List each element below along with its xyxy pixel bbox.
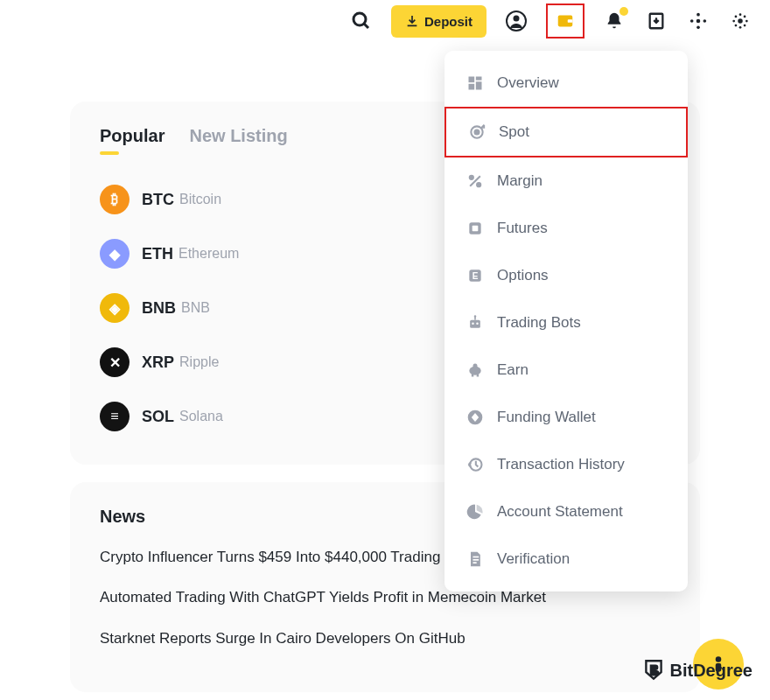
download-app-icon[interactable] bbox=[644, 9, 668, 33]
dropdown-item-account-statement[interactable]: Account Statement bbox=[444, 488, 688, 536]
svg-point-17 bbox=[735, 16, 738, 18]
top-bar: Deposit bbox=[0, 0, 770, 38]
history-icon bbox=[466, 455, 485, 474]
coin-symbol: BTC bbox=[142, 191, 174, 209]
svg-rect-33 bbox=[470, 320, 480, 328]
dropdown-item-spot[interactable]: Spot bbox=[444, 107, 688, 158]
coin-symbol: BNB bbox=[142, 299, 176, 318]
svg-rect-45 bbox=[473, 559, 480, 561]
svg-rect-24 bbox=[469, 84, 475, 90]
account-icon[interactable] bbox=[504, 9, 528, 33]
bitdegree-logo-icon bbox=[642, 658, 665, 682]
coin-symbol: XRP bbox=[142, 354, 174, 372]
svg-point-0 bbox=[354, 13, 366, 25]
percent-icon bbox=[466, 172, 485, 191]
dropdown-item-label: Account Statement bbox=[497, 503, 623, 521]
dropdown-item-trading-bots[interactable]: Trading Bots bbox=[444, 299, 688, 346]
doc-icon bbox=[466, 550, 485, 569]
coin-name: Ethereum bbox=[178, 246, 239, 262]
coin-name: BNB bbox=[181, 300, 210, 316]
wallet-dropdown: OverviewSpotMarginFuturesEOptionsTrading… bbox=[444, 51, 688, 592]
target-icon bbox=[467, 122, 486, 142]
pie-icon bbox=[466, 502, 485, 522]
dropdown-item-options[interactable]: EOptions bbox=[444, 252, 688, 299]
dropdown-item-label: Earn bbox=[497, 361, 528, 379]
svg-point-8 bbox=[696, 26, 700, 30]
coin-icon: ◆ bbox=[100, 239, 130, 269]
tab-popular[interactable]: Popular bbox=[100, 126, 164, 153]
svg-rect-5 bbox=[568, 19, 573, 23]
globe-icon[interactable] bbox=[686, 9, 710, 33]
coin-icon: ≡ bbox=[100, 402, 130, 431]
svg-rect-21 bbox=[469, 77, 475, 83]
dropdown-item-label: Verification bbox=[497, 550, 570, 568]
dropdown-item-overview[interactable]: Overview bbox=[444, 60, 688, 107]
svg-point-39 bbox=[473, 364, 478, 368]
svg-point-7 bbox=[696, 13, 700, 17]
robot-icon bbox=[466, 313, 485, 332]
piggy-icon bbox=[466, 360, 485, 380]
coin-icon: ◈ bbox=[100, 293, 130, 323]
wallet-icon-highlighted[interactable] bbox=[546, 4, 584, 38]
svg-point-19 bbox=[735, 24, 738, 27]
svg-point-12 bbox=[738, 18, 743, 24]
dropdown-item-label: Spot bbox=[499, 123, 529, 141]
coin-name: Solana bbox=[179, 409, 223, 424]
dropdown-item-label: Transaction History bbox=[497, 456, 625, 473]
svg-text:E: E bbox=[472, 271, 479, 281]
svg-point-27 bbox=[470, 176, 473, 179]
svg-point-26 bbox=[475, 130, 480, 135]
svg-point-28 bbox=[477, 183, 480, 186]
deposit-button[interactable]: Deposit bbox=[391, 5, 486, 38]
svg-point-15 bbox=[732, 20, 735, 23]
coin-icon: ₿ bbox=[100, 185, 130, 214]
download-icon bbox=[405, 14, 419, 28]
watermark: BitDegree bbox=[642, 658, 752, 682]
coin-symbol: ETH bbox=[142, 245, 173, 263]
dropdown-item-label: Futures bbox=[497, 220, 548, 237]
svg-rect-22 bbox=[476, 77, 482, 80]
dropdown-item-label: Overview bbox=[497, 74, 559, 92]
dropdown-item-transaction-history[interactable]: Transaction History bbox=[444, 441, 688, 488]
svg-rect-40 bbox=[472, 374, 474, 376]
svg-rect-41 bbox=[477, 374, 480, 376]
square-e-icon: E bbox=[466, 266, 485, 285]
notification-dot bbox=[620, 7, 628, 16]
svg-rect-23 bbox=[476, 81, 482, 89]
svg-rect-30 bbox=[472, 226, 479, 232]
svg-rect-44 bbox=[473, 556, 480, 558]
watermark-text: BitDegree bbox=[670, 661, 752, 681]
coin-name: Ripple bbox=[179, 354, 219, 370]
dropdown-item-verification[interactable]: Verification bbox=[444, 536, 688, 583]
svg-point-11 bbox=[696, 19, 701, 24]
svg-point-16 bbox=[746, 20, 748, 23]
notifications-icon[interactable] bbox=[602, 9, 626, 33]
coin-symbol: SOL bbox=[142, 408, 174, 426]
dropdown-item-label: Trading Bots bbox=[497, 314, 581, 332]
svg-point-10 bbox=[704, 19, 707, 23]
settings-icon[interactable] bbox=[728, 9, 752, 33]
svg-point-37 bbox=[474, 315, 477, 318]
search-icon[interactable] bbox=[349, 9, 374, 33]
svg-point-9 bbox=[690, 19, 694, 23]
coin-icon: ✕ bbox=[100, 347, 130, 377]
coin-name: Bitcoin bbox=[179, 192, 221, 207]
dropdown-item-label: Options bbox=[497, 267, 549, 284]
svg-line-1 bbox=[364, 24, 368, 28]
dropdown-item-margin[interactable]: Margin bbox=[444, 158, 688, 205]
svg-rect-46 bbox=[473, 562, 477, 564]
diamond-icon bbox=[466, 408, 485, 427]
box-icon bbox=[466, 219, 485, 238]
dropdown-item-futures[interactable]: Futures bbox=[444, 205, 688, 252]
deposit-label: Deposit bbox=[424, 14, 472, 29]
dropdown-item-earn[interactable]: Earn bbox=[444, 346, 688, 394]
tab-new-listing[interactable]: New Listing bbox=[189, 126, 287, 153]
svg-point-13 bbox=[739, 13, 742, 16]
dropdown-item-funding-wallet[interactable]: Funding Wallet bbox=[444, 394, 688, 441]
dropdown-item-label: Margin bbox=[497, 172, 542, 190]
svg-point-14 bbox=[739, 26, 742, 29]
svg-point-35 bbox=[476, 323, 479, 326]
svg-point-18 bbox=[744, 16, 746, 18]
svg-point-34 bbox=[472, 323, 474, 326]
news-item[interactable]: Starknet Reports Surge In Cairo Develope… bbox=[100, 627, 670, 650]
